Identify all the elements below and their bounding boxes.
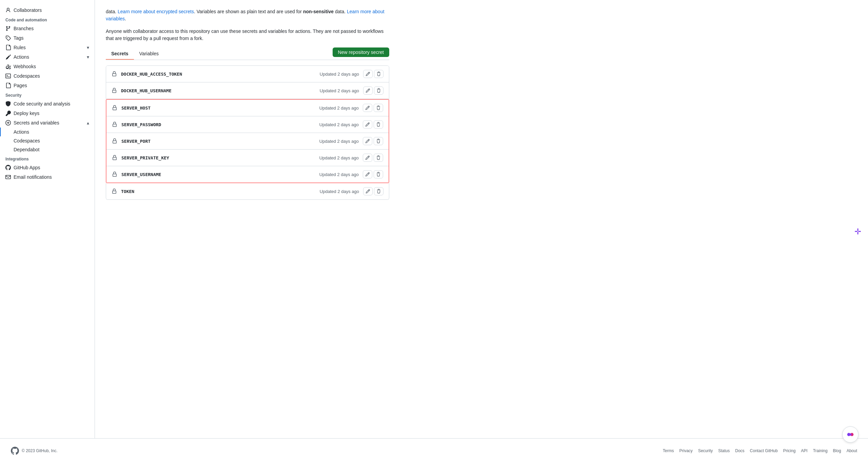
delete-secret-button[interactable] (374, 70, 383, 78)
footer-link-status[interactable]: Status (718, 448, 730, 453)
footer-link-training[interactable]: Training (813, 448, 828, 453)
row-actions (363, 170, 383, 178)
footer-link-pricing[interactable]: Pricing (783, 448, 796, 453)
edit-secret-button[interactable] (363, 104, 372, 112)
sidebar-item-label: Email notifications (14, 174, 52, 180)
edit-secret-button[interactable] (363, 70, 373, 78)
footer-link-security[interactable]: Security (698, 448, 713, 453)
tab-secrets[interactable]: Secrets (106, 48, 134, 60)
secret-updated: Updated 2 days ago (320, 88, 359, 93)
sidebar-item-actions[interactable]: Actions ▾ (0, 52, 95, 62)
encrypted-secrets-link[interactable]: Learn more about encrypted secrets (118, 9, 194, 14)
tabs-row: Secrets Variables New repository secret (106, 47, 389, 60)
sidebar-item-tags[interactable]: Tags (0, 33, 95, 43)
sidebar-item-pages[interactable]: Pages (0, 81, 95, 90)
delete-secret-button[interactable] (374, 187, 383, 195)
secrets-list: DOCKER_HUB_ACCESS_TOKEN Updated 2 days a… (106, 65, 389, 200)
lock-icon (112, 172, 117, 177)
delete-secret-button[interactable] (374, 170, 383, 178)
sidebar-item-label: Collaborators (14, 7, 42, 13)
row-actions (363, 137, 383, 145)
footer-link-blog[interactable]: Blog (833, 448, 841, 453)
sidebar-item-code-security[interactable]: Code security and analysis (0, 99, 95, 109)
highlighted-secrets-group: SERVER_HOST Updated 2 days ago SERVER_PA… (106, 99, 389, 183)
secret-row-server-host: SERVER_HOST Updated 2 days ago (106, 100, 389, 116)
row-actions (363, 120, 383, 129)
sidebar-item-codespaces[interactable]: Codespaces (0, 71, 95, 81)
github-logo-icon (11, 447, 19, 455)
delete-secret-button[interactable] (374, 104, 383, 112)
sidebar-item-branches[interactable]: Branches (0, 24, 95, 33)
secret-row-server-private-key: SERVER_PRIVATE_KEY Updated 2 days ago (106, 150, 389, 166)
delete-secret-button[interactable] (374, 137, 383, 145)
sidebar-item-label: Code security and analysis (14, 101, 70, 107)
secret-name: SERVER_PASSWORD (121, 122, 319, 127)
sidebar-item-label: Webhooks (14, 64, 36, 69)
sidebar-item-email-notifications[interactable]: Email notifications (0, 172, 95, 182)
secret-row-server-port: SERVER_PORT Updated 2 days ago (106, 133, 389, 150)
secret-name: TOKEN (121, 189, 320, 194)
sidebar-item-label: Branches (14, 26, 34, 31)
secret-updated: Updated 2 days ago (319, 139, 359, 144)
footer-copyright: © 2023 GitHub, Inc. (22, 448, 58, 453)
ai-assistant-button[interactable] (842, 426, 859, 443)
delete-secret-button[interactable] (374, 120, 383, 129)
plus-circle-icon (5, 120, 11, 126)
edit-secret-button[interactable] (363, 86, 373, 95)
sidebar-sub-item-dependabot[interactable]: Dependabot (0, 145, 95, 154)
sidebar-sub-item-codespaces[interactable]: Codespaces (0, 136, 95, 145)
secret-updated: Updated 2 days ago (319, 172, 359, 177)
chevron-down-icon: ▾ (87, 45, 89, 50)
footer-link-about[interactable]: About (847, 448, 857, 453)
secret-name: DOCKER_HUB_ACCESS_TOKEN (121, 72, 320, 77)
footer-link-terms[interactable]: Terms (663, 448, 674, 453)
delete-secret-button[interactable] (374, 86, 383, 95)
secret-row-docker-hub-username: DOCKER_HUB_USERNAME Updated 2 days ago (106, 82, 389, 99)
tab-variables[interactable]: Variables (134, 48, 164, 60)
lock-icon (112, 122, 117, 127)
sidebar-sub-item-actions[interactable]: Actions (0, 128, 95, 136)
pages-icon (5, 83, 11, 88)
section-label-code: Code and automation (0, 15, 95, 24)
sidebar-item-secrets-variables[interactable]: Secrets and variables ▴ (0, 118, 95, 128)
footer-link-privacy[interactable]: Privacy (679, 448, 693, 453)
sidebar-item-collaborators[interactable]: Collaborators (0, 5, 95, 15)
secret-updated: Updated 2 days ago (319, 105, 359, 111)
sidebar-sub-item-label: Codespaces (14, 138, 40, 143)
lock-icon (112, 138, 117, 144)
edit-secret-button[interactable] (363, 137, 372, 145)
normal-secrets-bottom: TOKEN Updated 2 days ago (106, 183, 389, 200)
new-repository-secret-button[interactable]: New repository secret (333, 47, 389, 57)
secret-name: SERVER_HOST (121, 105, 319, 111)
webhook-icon (5, 64, 11, 69)
tag-icon (5, 35, 11, 41)
secret-row-docker-hub-access-token: DOCKER_HUB_ACCESS_TOKEN Updated 2 days a… (106, 66, 389, 82)
shield-icon (5, 101, 11, 107)
sidebar-item-label: Codespaces (14, 73, 40, 79)
footer-link-contact[interactable]: Contact GitHub (750, 448, 778, 453)
sidebar-item-deploy-keys[interactable]: Deploy keys (0, 109, 95, 118)
footer-link-docs[interactable]: Docs (735, 448, 744, 453)
sidebar-item-webhooks[interactable]: Webhooks (0, 62, 95, 71)
intro-paragraph-1: data. Learn more about encrypted secrets… (106, 8, 389, 22)
edit-secret-button[interactable] (363, 154, 372, 162)
footer-link-api[interactable]: API (801, 448, 807, 453)
edit-secret-button[interactable] (363, 170, 372, 178)
secret-name: DOCKER_HUB_USERNAME (121, 88, 320, 93)
sidebar-sub-item-label: Actions (14, 129, 29, 135)
lock-icon (112, 189, 117, 194)
person-icon (5, 7, 11, 13)
sidebar-sub-item-label: Dependabot (14, 147, 39, 152)
edit-secret-button[interactable] (363, 187, 373, 195)
tabs-left: Secrets Variables (106, 48, 164, 59)
edit-secret-button[interactable] (363, 120, 372, 129)
sidebar-item-rules[interactable]: Rules ▾ (0, 43, 95, 52)
secret-name: SERVER_PORT (121, 139, 319, 144)
delete-secret-button[interactable] (374, 154, 383, 162)
sidebar-item-label: Pages (14, 83, 27, 88)
sidebar-item-github-apps[interactable]: GitHub Apps (0, 163, 95, 172)
chevron-down-icon: ▾ (87, 54, 89, 60)
rules-icon (5, 45, 11, 50)
secret-updated: Updated 2 days ago (319, 122, 359, 127)
key-icon (5, 111, 11, 116)
